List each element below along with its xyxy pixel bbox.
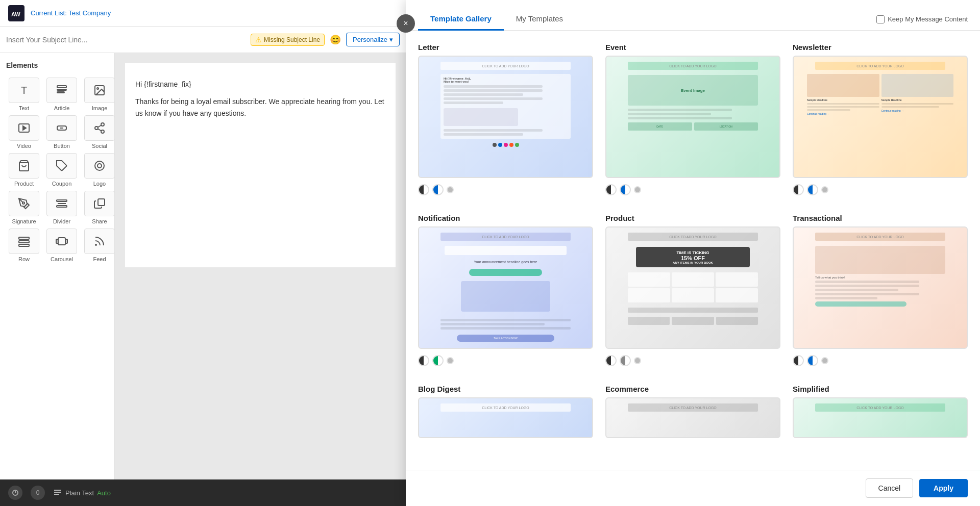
logo-label: Logo [82,181,115,187]
color-swatch-blue-nl[interactable] [807,184,818,195]
product-icon-box[interactable] [9,153,39,179]
tab-my-templates[interactable]: My Templates [504,8,575,31]
template-colors-notification [418,353,593,368]
element-carousel[interactable]: Carousel [44,229,80,262]
element-signature[interactable]: Signature [6,191,42,224]
canvas-area: Hi {!firstname_fix} Thanks for being a l… [115,53,406,479]
element-share[interactable]: Share [82,191,115,224]
text-icon-box[interactable]: T [9,78,39,103]
tab-template-gallery[interactable]: Template Gallery [418,8,504,31]
elements-panel: Elements T Text Article [0,53,115,479]
color-swatch-blue[interactable] [432,184,444,195]
coupon-label: Coupon [44,181,80,187]
image-label: Image [82,105,115,111]
carousel-label: Carousel [44,256,80,262]
emoji-button[interactable]: 😊 [329,33,342,46]
row-icon-box[interactable] [9,229,39,254]
template-thumb-transactional[interactable]: CLICK TO ADD YOUR LOGO Tell us what you … [793,226,968,349]
button-icon-box[interactable] [46,115,77,141]
chevron-down-icon: ▾ [389,36,393,43]
element-divider[interactable]: Divider [44,191,80,224]
coupon-icon-box[interactable] [46,153,77,179]
video-icon-box[interactable] [9,115,39,141]
template-thumb-blog-digest[interactable]: CLICK TO ADD YOUR LOGO [418,397,593,438]
auto-badge: Auto [97,489,111,497]
color-swatch-dark-event[interactable] [605,184,617,195]
subject-input[interactable] [6,36,247,44]
color-swatch-dark-notif[interactable] [418,355,429,366]
feed-label: Feed [82,256,115,262]
template-category-transactional: Transactional CLICK TO ADD YOUR LOGO Tel… [793,214,968,368]
warning-icon: ⚠ [255,36,262,44]
element-video[interactable]: Video [6,115,42,149]
template-thumb-letter[interactable]: CLICK TO ADD YOUR LOGO Hi {!firstname_fi… [418,56,593,178]
signature-icon-box[interactable] [9,191,39,216]
element-group-row5: Row Carousel [6,229,108,262]
template-thumb-simplified[interactable]: CLICK TO ADD YOUR LOGO [793,397,968,438]
current-list-label: Current List: Test Company [31,9,111,17]
svg-point-6 [97,88,99,89]
logo-icon-box[interactable] [84,153,115,179]
element-social[interactable]: Social [82,115,115,149]
feed-icon-box[interactable] [84,229,115,254]
personalize-label: Personalize [353,36,387,43]
color-swatch-dark-nl[interactable] [793,184,804,195]
color-swatch-dark-prod[interactable] [605,355,617,366]
color-swatch-dot-event[interactable] [634,186,641,193]
share-icon-box[interactable] [84,191,115,216]
plain-text-button[interactable]: Plain Text Auto [53,488,111,498]
svg-rect-22 [57,200,67,201]
color-swatch-blue-event[interactable] [620,184,631,195]
color-swatch-grey-prod[interactable] [620,355,631,366]
divider-icon-box[interactable] [46,191,77,216]
category-name-event: Event [605,43,780,52]
cancel-button[interactable]: Cancel [866,478,914,498]
color-swatch-dot-trans[interactable] [821,357,828,364]
element-text[interactable]: T Text [6,78,42,111]
editor-content: Elements T Text Article [0,53,406,479]
row-label: Row [6,256,42,262]
color-swatch-dark[interactable] [418,184,429,195]
element-coupon[interactable]: Coupon [44,153,80,187]
text-label: Text [6,105,42,111]
element-article[interactable]: Article [44,78,80,111]
svg-rect-23 [57,206,67,207]
template-thumb-event[interactable]: CLICK TO ADD YOUR LOGO Event Image [605,56,780,178]
element-feed[interactable]: Feed [82,229,115,262]
color-swatch-dot-notif[interactable] [447,357,454,364]
color-swatch-dot-prod[interactable] [634,357,641,364]
color-swatch-dot-nl[interactable] [821,186,828,193]
element-button[interactable]: Button [44,115,80,149]
template-thumb-ecommerce[interactable]: CLICK TO ADD YOUR LOGO [605,397,780,438]
social-label: Social [82,143,115,149]
color-swatch-green-notif[interactable] [432,355,444,366]
article-icon-box[interactable] [46,78,77,103]
color-swatch-dot[interactable] [447,186,454,193]
svg-point-19 [97,164,102,168]
plain-text-label: Plain Text [65,489,94,497]
personalize-button[interactable]: Personalize ▾ [346,33,400,46]
svg-line-15 [98,125,102,128]
template-thumb-newsletter[interactable]: CLICK TO ADD YOUR LOGO Sample Headline C… [793,56,968,178]
image-icon-box[interactable] [84,78,115,103]
overlay-close-button[interactable]: × [397,14,415,33]
template-thumb-notification[interactable]: CLICK TO ADD YOUR LOGO Your announcement… [418,226,593,349]
bottom-icon-1[interactable] [8,486,22,500]
social-icon-box[interactable] [84,115,115,141]
category-name-product: Product [605,214,780,222]
email-canvas[interactable]: Hi {!firstname_fix} Thanks for being a l… [125,63,396,267]
element-row[interactable]: Row [6,229,42,262]
element-group-row1: T Text Article [6,78,108,111]
element-product[interactable]: Product [6,153,42,187]
element-logo[interactable]: Logo [82,153,115,187]
svg-rect-26 [19,241,29,243]
bottom-icon-2[interactable]: 0 [31,486,45,500]
carousel-icon-box[interactable] [46,229,77,254]
element-image[interactable]: Image [82,78,115,111]
color-swatch-dark-trans[interactable] [793,355,804,366]
template-thumb-product[interactable]: CLICK TO ADD YOUR LOGO TIME IS TICKING15… [605,226,780,349]
apply-button[interactable]: Apply [919,479,968,497]
email-line1: Hi {!firstname_fix} [135,79,385,90]
color-swatch-blue-trans[interactable] [807,355,818,366]
keep-content-checkbox[interactable] [876,15,885,23]
